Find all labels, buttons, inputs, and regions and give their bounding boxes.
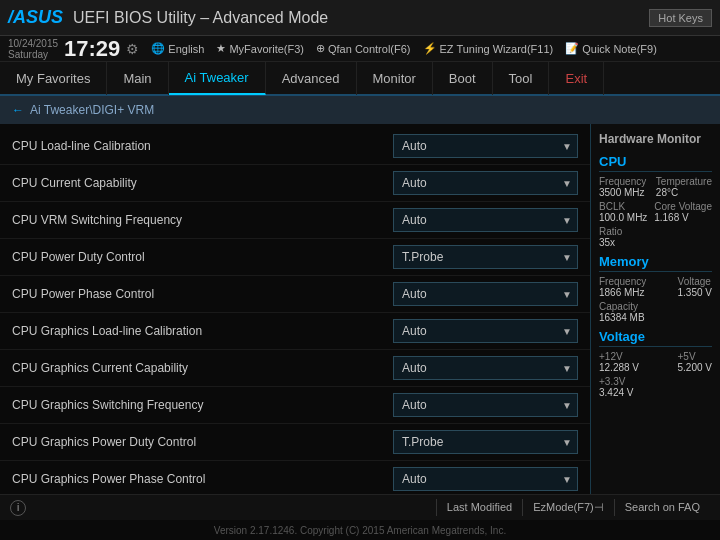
nav-bar: My Favorites Main Ai Tweaker Advanced Mo… (0, 62, 720, 96)
topbar: 10/24/2015Saturday 17:29 ⚙ 🌐 English ★ M… (0, 36, 720, 62)
gpu-power-duty-select[interactable]: T.ProbeExtreme (393, 430, 578, 454)
select-wrapper: Auto100% (393, 171, 578, 195)
header-right: Hot Keys (649, 9, 712, 27)
info-icon[interactable]: i (10, 500, 26, 516)
mem-volt-label: Voltage (678, 276, 712, 287)
setting-row: CPU Graphics Power Duty Control T.ProbeE… (0, 424, 590, 461)
volt-33v-label: +3.3V (599, 376, 633, 387)
cpu-corevolt-value: 1.168 V (654, 212, 712, 223)
nav-my-favorites[interactable]: My Favorites (0, 61, 107, 95)
asus-logo: /ASUS (8, 7, 63, 28)
hardware-monitor-title: Hardware Monitor (599, 132, 712, 146)
select-wrapper: AutoStandard (393, 467, 578, 491)
memory-section-title: Memory (599, 254, 712, 272)
content-area: CPU Load-line Calibration AutoLevel 1Lev… (0, 124, 720, 494)
setting-row: CPU Graphics Switching Frequency AutoMan… (0, 387, 590, 424)
nav-main[interactable]: Main (107, 61, 168, 95)
gpu-power-phase-select[interactable]: AutoStandard (393, 467, 578, 491)
select-wrapper: AutoStandard (393, 282, 578, 306)
setting-label: CPU VRM Switching Frequency (12, 213, 393, 227)
cpu-power-duty-select[interactable]: T.ProbeExtreme (393, 245, 578, 269)
nav-monitor[interactable]: Monitor (357, 61, 433, 95)
breadcrumb: ← Ai Tweaker\DIGI+ VRM (0, 96, 720, 124)
cpu-current-cap-select[interactable]: Auto100% (393, 171, 578, 195)
breadcrumb-path: Ai Tweaker\DIGI+ VRM (30, 103, 154, 117)
select-wrapper: T.ProbeExtreme (393, 245, 578, 269)
topbar-myfavorite[interactable]: ★ MyFavorite(F3) (216, 42, 304, 55)
cpu-freq-label: Frequency (599, 176, 646, 187)
cpu-power-phase-select[interactable]: AutoStandard (393, 282, 578, 306)
cpu-ratio-value: 35x (599, 237, 622, 248)
setting-row: CPU Power Duty Control T.ProbeExtreme (0, 239, 590, 276)
cpu-load-line-select[interactable]: AutoLevel 1Level 2 (393, 134, 578, 158)
nav-tool[interactable]: Tool (493, 61, 550, 95)
nav-boot[interactable]: Boot (433, 61, 493, 95)
last-modified-button[interactable]: Last Modified (436, 499, 522, 516)
header: /ASUS UEFI BIOS Utility – Advanced Mode … (0, 0, 720, 36)
topbar-time: 17:29 (64, 36, 120, 62)
mem-volt-value: 1.350 V (678, 287, 712, 298)
setting-row: CPU Power Phase Control AutoStandard (0, 276, 590, 313)
nav-advanced[interactable]: Advanced (266, 61, 357, 95)
select-wrapper: AutoManual (393, 393, 578, 417)
topbar-items: 🌐 English ★ MyFavorite(F3) ⊕ Qfan Contro… (151, 42, 656, 55)
setting-row: CPU VRM Switching Frequency AutoManual (0, 202, 590, 239)
cpu-ratio-row: Ratio 35x (599, 226, 712, 248)
setting-label: CPU Graphics Switching Frequency (12, 398, 393, 412)
gpu-load-line-select[interactable]: AutoLevel 1 (393, 319, 578, 343)
mem-cap-value: 16384 MB (599, 312, 645, 323)
volt-5v-label: +5V (678, 351, 712, 362)
footer-text: Version 2.17.1246. Copyright (C) 2015 Am… (214, 525, 506, 536)
cpu-temp-value: 28°C (656, 187, 712, 198)
setting-label: CPU Graphics Power Phase Control (12, 472, 393, 486)
gpu-current-cap-select[interactable]: Auto100% (393, 356, 578, 380)
volt-12v-label: +12V (599, 351, 639, 362)
info-bar: i Last Modified EzMode(F7)⊣ Search on FA… (0, 494, 720, 520)
topbar-qfan[interactable]: ⊕ Qfan Control(F6) (316, 42, 411, 55)
mem-freq-volt-row: Frequency 1866 MHz Voltage 1.350 V (599, 276, 712, 298)
cpu-vrm-freq-select[interactable]: AutoManual (393, 208, 578, 232)
nav-ai-tweaker[interactable]: Ai Tweaker (169, 61, 266, 95)
cpu-temp-label: Temperature (656, 176, 712, 187)
mem-freq-value: 1866 MHz (599, 287, 646, 298)
voltage-section-title: Voltage (599, 329, 712, 347)
setting-label: CPU Graphics Load-line Calibration (12, 324, 393, 338)
topbar-date: 10/24/2015Saturday (8, 38, 58, 60)
volt-33v-value: 3.424 V (599, 387, 633, 398)
volt-12v-value: 12.288 V (599, 362, 639, 373)
topbar-quicknote[interactable]: 📝 Quick Note(F9) (565, 42, 657, 55)
cpu-bclk-vcore-row: BCLK 100.0 MHz Core Voltage 1.168 V (599, 201, 712, 223)
back-arrow-icon[interactable]: ← (12, 103, 24, 117)
setting-row: CPU Load-line Calibration AutoLevel 1Lev… (0, 128, 590, 165)
mem-cap-row: Capacity 16384 MB (599, 301, 712, 323)
footer: Version 2.17.1246. Copyright (C) 2015 Am… (0, 520, 720, 540)
setting-label: CPU Power Duty Control (12, 250, 393, 264)
ez-mode-button[interactable]: EzMode(F7)⊣ (522, 499, 614, 516)
volt-12v-5v-row: +12V 12.288 V +5V 5.200 V (599, 351, 712, 373)
setting-row: CPU Graphics Power Phase Control AutoSta… (0, 461, 590, 494)
topbar-english[interactable]: 🌐 English (151, 42, 204, 55)
select-wrapper: AutoLevel 1Level 2 (393, 134, 578, 158)
cpu-freq-value: 3500 MHz (599, 187, 646, 198)
cpu-ratio-label: Ratio (599, 226, 622, 237)
setting-row: CPU Current Capability Auto100% (0, 165, 590, 202)
select-wrapper: AutoManual (393, 208, 578, 232)
cpu-bclk-value: 100.0 MHz (599, 212, 647, 223)
setting-label: CPU Load-line Calibration (12, 139, 393, 153)
hardware-monitor-panel: Hardware Monitor CPU Frequency 3500 MHz … (590, 124, 720, 494)
gear-icon: ⚙ (126, 41, 139, 57)
setting-label: CPU Power Phase Control (12, 287, 393, 301)
gpu-switching-freq-select[interactable]: AutoManual (393, 393, 578, 417)
volt-33v-row: +3.3V 3.424 V (599, 376, 712, 398)
cpu-corevolt-label: Core Voltage (654, 201, 712, 212)
cpu-bclk-label: BCLK (599, 201, 647, 212)
search-faq-button[interactable]: Search on FAQ (614, 499, 710, 516)
select-wrapper: AutoLevel 1 (393, 319, 578, 343)
hotkeys-button[interactable]: Hot Keys (649, 9, 712, 27)
select-wrapper: T.ProbeExtreme (393, 430, 578, 454)
setting-row: CPU Graphics Load-line Calibration AutoL… (0, 313, 590, 350)
topbar-eztuning[interactable]: ⚡ EZ Tuning Wizard(F11) (423, 42, 554, 55)
volt-5v-value: 5.200 V (678, 362, 712, 373)
info-bar-right: Last Modified EzMode(F7)⊣ Search on FAQ (436, 499, 710, 516)
nav-exit[interactable]: Exit (549, 61, 604, 95)
